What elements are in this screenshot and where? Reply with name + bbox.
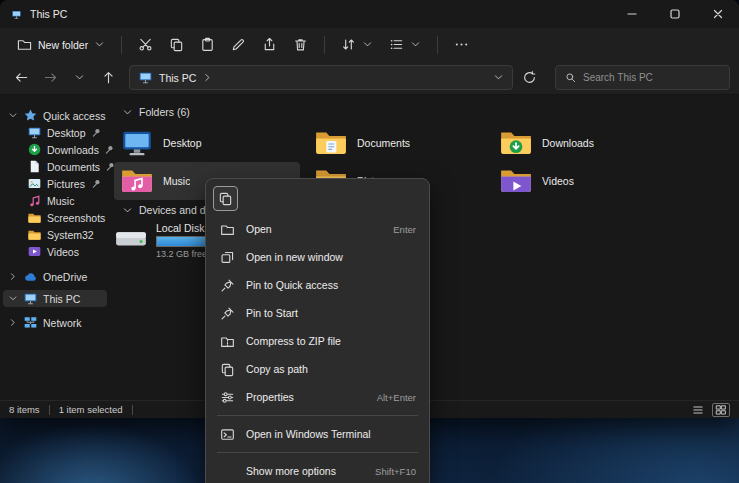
folder-tile-desktop[interactable]: Desktop — [114, 124, 300, 162]
context-menu-item-pin-to-start[interactable]: Pin to Start — [210, 299, 425, 327]
context-menu-item-show-more-options[interactable]: Show more options Shift+F10 — [210, 457, 425, 483]
breadcrumb[interactable]: This PC — [159, 72, 196, 84]
rename-button[interactable] — [224, 32, 253, 57]
folder-tile-documents[interactable]: Documents — [308, 124, 494, 162]
music-icon — [27, 193, 42, 208]
sidebar-item-label: Pictures — [47, 178, 85, 190]
window-title: This PC — [30, 8, 67, 20]
sidebar-item-music[interactable]: Music — [3, 192, 107, 209]
up-button[interactable] — [96, 65, 121, 90]
folder-tile-videos[interactable]: Videos — [493, 162, 679, 200]
menu-item-label: Open in Windows Terminal — [246, 428, 371, 440]
sort-button[interactable] — [334, 32, 380, 57]
chevron-down-icon — [122, 205, 133, 216]
sidebar-item-onedrive[interactable]: OneDrive — [3, 268, 107, 285]
new-folder-label: New folder — [38, 39, 88, 51]
sidebar-item-quick-access[interactable]: Quick access — [3, 107, 107, 124]
context-menu-separator — [217, 415, 418, 416]
videos-folder-icon — [499, 165, 533, 197]
folder-tile-downloads[interactable]: Downloads — [493, 124, 679, 162]
copy-button[interactable] — [162, 32, 191, 57]
new-folder-button[interactable]: New folder — [10, 32, 112, 57]
window-controls — [610, 0, 739, 28]
details-view-button[interactable] — [689, 403, 707, 417]
downloads-icon — [27, 142, 42, 157]
address-bar[interactable]: This PC — [129, 65, 513, 90]
close-button[interactable] — [696, 0, 739, 28]
large-icons-view-button[interactable] — [712, 403, 730, 417]
network-icon — [23, 315, 38, 330]
sidebar-item-pictures[interactable]: Pictures — [3, 175, 107, 192]
forward-icon — [43, 70, 58, 85]
refresh-button[interactable] — [517, 65, 542, 90]
menu-item-shortcut: Shift+F10 — [375, 466, 416, 477]
sidebar-item-documents[interactable]: Documents — [3, 158, 107, 175]
view-button[interactable] — [382, 32, 428, 57]
context-menu-separator — [217, 452, 418, 453]
toolbar-separator — [324, 36, 325, 54]
context-menu-item-open-new-window[interactable]: Open in new window — [210, 243, 425, 271]
folders-section-header[interactable]: Folders (6) — [122, 106, 190, 118]
more-options-icon — [454, 37, 469, 52]
search-icon — [565, 72, 576, 83]
sidebar-item-label: Desktop — [47, 127, 86, 139]
sidebar-item-videos[interactable]: Videos — [3, 243, 107, 260]
zip-icon — [219, 334, 235, 349]
context-menu-item-copy-as-path[interactable]: Copy as path — [210, 355, 425, 383]
menu-item-label: Copy as path — [246, 363, 308, 375]
chevron-down-icon — [122, 107, 133, 118]
details-view-icon — [692, 404, 704, 416]
folder-tile-label: Documents — [357, 137, 410, 149]
chevron-down-icon — [74, 72, 85, 83]
rename-icon — [231, 37, 246, 52]
folder-tile-label: Videos — [542, 175, 574, 187]
copy-strip-button[interactable] — [213, 186, 238, 211]
cut-button[interactable] — [131, 32, 160, 57]
share-button[interactable] — [255, 32, 284, 57]
chevron-down-icon — [94, 39, 105, 50]
context-menu-item-compress-zip[interactable]: Compress to ZIP file — [210, 327, 425, 355]
menu-item-label: Open in new window — [246, 251, 343, 263]
menu-item-label: Pin to Quick access — [246, 279, 338, 291]
folder-tile-label: Music — [163, 175, 190, 187]
toolbar-separator — [437, 36, 438, 54]
terminal-icon — [219, 427, 235, 442]
context-menu-icon-strip — [210, 183, 425, 213]
sidebar-item-system32[interactable]: System32 — [3, 226, 107, 243]
pin-icon — [219, 278, 235, 293]
forward-button[interactable] — [38, 65, 63, 90]
sidebar-item-label: Quick access — [43, 110, 105, 122]
sidebar-item-screenshots[interactable]: Screenshots — [3, 209, 107, 226]
paste-button[interactable] — [193, 32, 222, 57]
chevron-down-icon — [493, 72, 504, 83]
back-button[interactable] — [9, 65, 34, 90]
minimize-button[interactable] — [610, 0, 653, 28]
sidebar-item-network[interactable]: Network — [3, 314, 107, 331]
pictures-icon — [27, 176, 42, 191]
maximize-button[interactable] — [653, 0, 696, 28]
context-menu-item-pin-quick-access[interactable]: Pin to Quick access — [210, 271, 425, 299]
search-input[interactable] — [583, 72, 720, 83]
context-menu-item-properties[interactable]: Properties Alt+Enter — [210, 383, 425, 411]
refresh-icon — [522, 70, 537, 85]
address-dropdown[interactable] — [493, 72, 504, 83]
this-pc-window-icon — [11, 9, 22, 20]
selection-count: 1 item selected — [59, 404, 123, 415]
delete-button[interactable] — [286, 32, 315, 57]
sort-icon — [341, 37, 356, 52]
context-menu-item-open-windows-terminal[interactable]: Open in Windows Terminal — [210, 420, 425, 448]
sidebar-item-downloads[interactable]: Downloads — [3, 141, 107, 158]
folder-icon — [27, 210, 42, 225]
search-box[interactable] — [555, 65, 730, 90]
close-icon — [713, 9, 723, 19]
more-options-button[interactable] — [447, 32, 476, 57]
chevron-down-icon — [410, 39, 421, 50]
sidebar-item-label: OneDrive — [43, 271, 87, 283]
sidebar-item-label: Videos — [47, 246, 79, 258]
sidebar-item-this-pc[interactable]: This PC — [3, 290, 107, 307]
sidebar-item-desktop[interactable]: Desktop — [3, 124, 107, 141]
breadcrumb-chevron-icon[interactable] — [202, 72, 213, 83]
context-menu-item-open[interactable]: Open Enter — [210, 215, 425, 243]
recent-locations-button[interactable] — [67, 65, 92, 90]
desktop-screen: This PC New folder — [0, 0, 739, 483]
